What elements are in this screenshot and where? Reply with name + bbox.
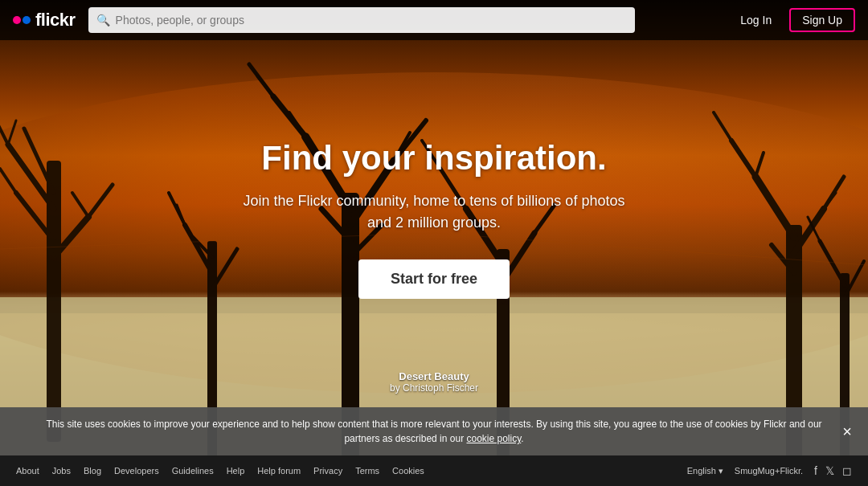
login-button[interactable]: Log In [732, 9, 780, 31]
language-label: English [687, 466, 716, 476]
footer-link-developers[interactable]: Developers [114, 466, 159, 476]
cookie-banner: This site uses cookies to improve your e… [0, 407, 868, 455]
footer-link-blog[interactable]: Blog [84, 466, 101, 476]
search-icon: 🔍 [96, 14, 110, 27]
start-free-button[interactable]: Start for free [358, 259, 510, 299]
footer-link-about[interactable]: About [16, 466, 39, 476]
photo-author: by Christoph Fischer [390, 382, 478, 394]
cookie-policy-link[interactable]: cookie policy [466, 433, 521, 444]
footer-links: About Jobs Blog Developers Guidelines He… [16, 466, 424, 476]
signup-button[interactable]: Sign Up [789, 8, 855, 32]
facebook-icon[interactable]: f [814, 464, 817, 477]
cookie-text: This site uses cookies to improve your e… [46, 419, 821, 444]
hero-title: Find your inspiration. [261, 139, 606, 178]
cookie-close-button[interactable]: × [842, 423, 852, 439]
footer-link-guidelines[interactable]: Guidelines [172, 466, 214, 476]
hero-subtitle: Join the Flickr community, home to tens … [233, 190, 635, 234]
twitter-icon[interactable]: 𝕏 [825, 464, 834, 477]
footer: About Jobs Blog Developers Guidelines He… [0, 455, 868, 486]
flickr-logo-dots [13, 16, 31, 24]
footer-link-cookies[interactable]: Cookies [392, 466, 424, 476]
footer-right: English ▾ SmugMug+Flickr. f 𝕏 ◻ [687, 464, 852, 477]
chevron-down-icon: ▾ [719, 466, 723, 476]
footer-link-privacy[interactable]: Privacy [313, 466, 342, 476]
search-bar: 🔍 [88, 7, 635, 33]
footer-link-help[interactable]: Help [227, 466, 245, 476]
logo-area[interactable]: flickr [13, 10, 76, 31]
header-actions: Log In Sign Up [732, 8, 855, 32]
photo-title: Desert Beauty [390, 370, 478, 382]
photo-credit: Desert Beauty by Christoph Fischer [390, 370, 478, 394]
footer-social: f 𝕏 ◻ [814, 464, 852, 477]
header: flickr 🔍 Log In Sign Up [0, 0, 868, 40]
search-input[interactable] [88, 7, 635, 33]
footer-link-terms[interactable]: Terms [355, 466, 379, 476]
dot-blue [23, 16, 31, 24]
logo-text: flickr [35, 10, 76, 31]
instagram-icon[interactable]: ◻ [842, 464, 852, 477]
language-selector[interactable]: English ▾ [687, 466, 723, 476]
dot-pink [13, 16, 21, 24]
footer-link-helpforum[interactable]: Help forum [257, 466, 301, 476]
footer-link-jobs[interactable]: Jobs [52, 466, 71, 476]
smugmug-label: SmugMug+Flickr. [735, 466, 803, 476]
